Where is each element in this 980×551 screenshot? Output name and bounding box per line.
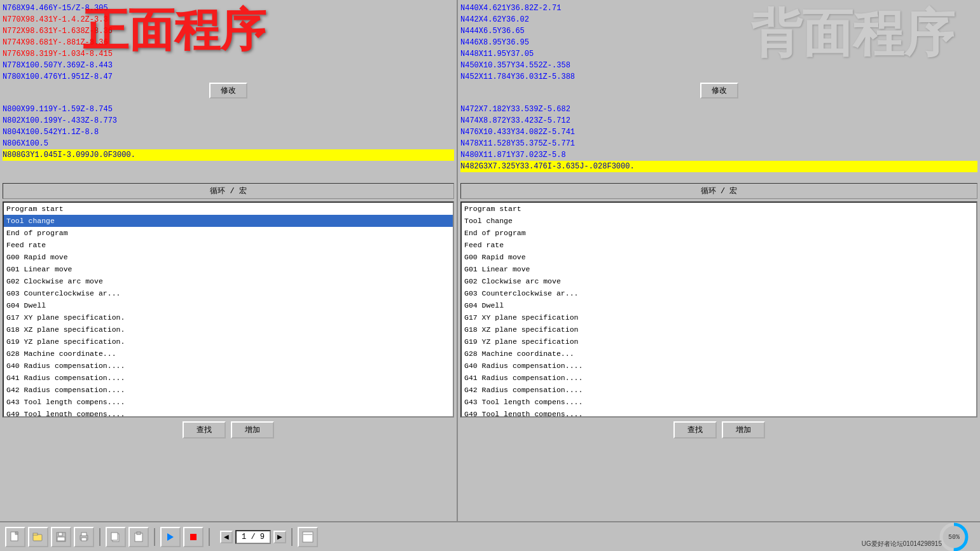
right-code-area-2: N472X7.182Y33.539Z-5.682 N474X8.872Y33.4… — [458, 101, 980, 181]
list-item-tool-change[interactable]: Tool change — [4, 215, 453, 227]
code-line: N440X4.621Y36.82Z-2.71 — [460, 3, 977, 14]
list-item-end-program[interactable]: End of program — [4, 227, 453, 239]
list-item-g18[interactable]: G18 XZ plane specification. — [4, 323, 453, 336]
right-list-item-program-start[interactable]: Program start — [462, 203, 976, 215]
list-item-g41[interactable]: G41 Radius compensation.... — [4, 372, 453, 384]
left-edit-button[interactable]: 修改 — [209, 83, 247, 99]
code-line: N804X100.542Y1.1Z-8.8 — [3, 126, 454, 138]
code-line: N774X98.681Y-.881Z-8.36 — [3, 37, 454, 48]
code-line: N802X100.199Y-.433Z-8.773 — [3, 115, 454, 126]
code-line-highlighted: N482G3X7.325Y33.476I-3.635J-.028F3000. — [460, 161, 977, 172]
right-list-item-g49[interactable]: G49 Tool length compens.... — [462, 408, 976, 418]
left-code-area-3 — [0, 441, 457, 521]
svg-rect-17 — [303, 532, 313, 542]
svg-rect-9 — [81, 533, 86, 536]
svg-rect-14 — [137, 532, 141, 534]
code-line: N772X98.631Y-1.638Z-8.36 — [3, 25, 454, 37]
list-item-g02[interactable]: G02 Clockwise arc move — [4, 275, 453, 287]
toolbar-run-icon[interactable] — [160, 527, 181, 547]
left-add-button[interactable]: 增加 — [231, 421, 274, 439]
list-item-feed-rate[interactable]: Feed rate — [4, 239, 453, 251]
right-list-item-tool-change[interactable]: Tool change — [462, 215, 976, 227]
toolbar: ◀ 1 / 9 ▶ 50% UG爱好者论坛01014298915 — [0, 521, 980, 551]
code-line: N444X6.5Y36.65 — [460, 25, 977, 37]
toolbar-new-icon[interactable] — [5, 527, 25, 547]
right-list-item-g02[interactable]: G02 Clockwise arc move — [462, 275, 976, 287]
code-line: N472X7.182Y33.539Z-5.682 — [460, 104, 977, 115]
left-cycle-bar: 循环 / 宏 — [3, 183, 454, 199]
right-list-item-g40[interactable]: G40 Radius compensation.... — [462, 360, 976, 372]
list-item-g00[interactable]: G00 Rapid move — [4, 251, 453, 263]
svg-rect-10 — [81, 538, 86, 541]
list-item-g43[interactable]: G43 Tool length compens.... — [4, 396, 453, 408]
right-list-item-end-program[interactable]: End of program — [462, 227, 976, 239]
left-find-button[interactable]: 查找 — [183, 421, 226, 439]
right-list-item-g00[interactable]: G00 Rapid move — [462, 251, 976, 263]
right-panel: 背面程序 N440X4.621Y36.82Z-2.71 N442X4.62Y36… — [458, 0, 980, 521]
right-list-item-g42[interactable]: G42 Radius compensation.... — [462, 384, 976, 396]
toolbar-sep-2 — [154, 528, 155, 546]
code-line: N446X8.95Y36.95 — [460, 37, 977, 48]
right-list-item-g01[interactable]: G01 Linear move — [462, 263, 976, 275]
left-code-area: N768X94.466Y-15/Z-8.305 N770X98.431Y-1.4… — [0, 0, 457, 80]
code-line: N770X98.431Y-1.4.2Z-3.3 — [3, 14, 454, 25]
left-list: Program start Tool change End of program… — [3, 201, 454, 418]
list-item-g49[interactable]: G49 Tool length compens.... — [4, 408, 453, 418]
left-panel: 正面程序 N768X94.466Y-15/Z-8.305 N770X98.431… — [0, 0, 458, 521]
code-line: N778X100.507Y.369Z-8.443 — [3, 60, 454, 71]
watermark: UG爱好者论坛01014298915 — [862, 540, 942, 548]
toolbar-counter-display: 1 / 9 — [235, 530, 271, 544]
list-item-g28[interactable]: G28 Machine coordinate... — [4, 348, 453, 360]
list-item-g19[interactable]: G19 YZ plane specification. — [4, 336, 453, 348]
right-list-item-g41[interactable]: G41 Radius compensation.... — [462, 372, 976, 384]
right-list-item-g03[interactable]: G03 Counterclockwise ar... — [462, 287, 976, 299]
list-item-g01[interactable]: G01 Linear move — [4, 263, 453, 275]
toolbar-open-icon[interactable] — [28, 527, 48, 547]
toolbar-save-icon[interactable] — [51, 527, 71, 547]
list-item-program-start[interactable]: Program start — [4, 203, 453, 215]
code-line: N448X11.95Y37.05 — [460, 48, 977, 60]
code-line: N450X10.357Y34.552Z-.358 — [460, 60, 977, 71]
svg-rect-7 — [57, 537, 65, 541]
toolbar-next-btn[interactable]: ▶ — [273, 531, 286, 543]
toolbar-prev-btn[interactable]: ◀ — [220, 531, 233, 543]
progress-label: 50% — [948, 533, 960, 540]
right-list: Program start Tool change End of program… — [460, 201, 977, 418]
left-bottom-buttons: 查找 增加 — [0, 419, 457, 441]
list-item-g42[interactable]: G42 Radius compensation.... — [4, 384, 453, 396]
right-add-button[interactable]: 增加 — [722, 421, 765, 439]
code-line: N776X98.319Y-1.034-8.415 — [3, 48, 454, 60]
toolbar-print-icon[interactable] — [74, 527, 94, 547]
list-item-g17[interactable]: G17 XY plane specification. — [4, 311, 453, 323]
right-list-item-g43[interactable]: G43 Tool length compens.... — [462, 396, 976, 408]
right-edit-button[interactable]: 修改 — [700, 83, 738, 99]
toolbar-copy-icon[interactable] — [106, 527, 126, 547]
list-item-g03[interactable]: G03 Counterclockwise ar... — [4, 287, 453, 299]
toolbar-sep-3 — [209, 528, 210, 546]
right-list-item-g04[interactable]: G04 Dwell — [462, 299, 976, 311]
code-line: N452X11.784Y36.031Z-5.388 — [460, 71, 977, 80]
right-list-item-g28[interactable]: G28 Machine coordinate... — [462, 348, 976, 360]
code-line: N806X100.5 — [3, 138, 454, 149]
toolbar-sep-1 — [99, 528, 100, 546]
right-find-button[interactable]: 查找 — [673, 421, 717, 439]
right-cycle-bar: 循环 / 宏 — [460, 183, 977, 199]
toolbar-settings-icon[interactable] — [298, 527, 318, 547]
right-list-item-feed-rate[interactable]: Feed rate — [462, 239, 976, 251]
svg-rect-12 — [111, 533, 118, 540]
left-code-area-2: N800X99.119Y-1.59Z-8.745 N802X100.199Y-.… — [0, 101, 457, 181]
list-item-g40[interactable]: G40 Radius compensation.... — [4, 360, 453, 372]
list-item-g04[interactable]: G04 Dwell — [4, 299, 453, 311]
toolbar-stop-icon[interactable] — [183, 527, 204, 547]
right-list-item-g18[interactable]: G18 XZ plane specification — [462, 323, 976, 336]
svg-rect-4 — [33, 533, 38, 535]
right-list-item-g17[interactable]: G17 XY plane specification — [462, 311, 976, 323]
toolbar-paste-icon[interactable] — [128, 527, 149, 547]
svg-rect-16 — [190, 534, 197, 540]
progress-container: 50% — [938, 521, 970, 552]
right-bottom-buttons: 查找 增加 — [458, 419, 980, 441]
right-list-item-g19[interactable]: G19 YZ plane specification — [462, 336, 976, 348]
toolbar-sep-4 — [291, 528, 293, 546]
code-line: N474X8.872Y33.423Z-5.712 — [460, 115, 977, 126]
code-line: N476X10.433Y34.082Z-5.741 — [460, 126, 977, 138]
